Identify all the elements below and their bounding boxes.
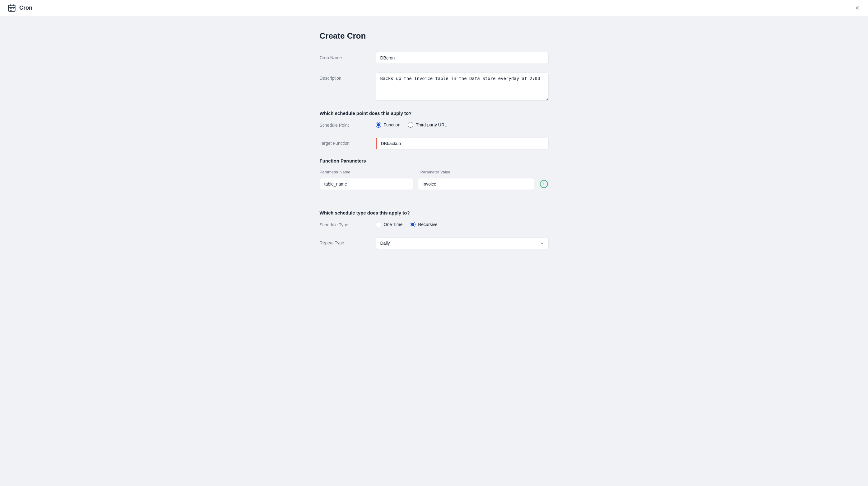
repeat-type-select[interactable]: Daily Weekly Monthly Yearly [376,237,549,249]
description-group: Description Backs up the Invoice table i… [320,73,549,102]
schedule-point-label: Schedule Point [320,122,376,127]
target-function-group: Target Function [320,138,549,149]
repeat-type-group: Repeat Type Daily Weekly Monthly Yearly [320,237,549,249]
function-params-title: Function Parameters [320,158,549,164]
schedule-point-question: Which schedule point does this apply to? [320,111,549,116]
schedule-type-label: Schedule Type [320,222,376,227]
schedule-point-thirdparty-label: Third-party URL [416,122,447,127]
description-control: Backs up the Invoice table in the Data S… [376,73,549,102]
schedule-point-thirdparty-option[interactable]: Third-party URL [408,122,447,127]
params-header: Parameter Name Parameter Value [320,170,549,174]
schedule-type-recursive-radio[interactable] [410,222,415,227]
schedule-type-row: Schedule Type One Time Recursive [320,222,549,227]
schedule-point-function-option[interactable]: Function [376,122,401,127]
repeat-type-control: Daily Weekly Monthly Yearly [376,237,549,249]
repeat-type-label: Repeat Type [320,237,376,245]
close-button[interactable]: × [854,3,861,13]
param-name-header: Parameter Name [320,170,413,174]
cron-name-group: Cron Name [320,52,549,64]
params-row: + [320,178,549,190]
schedule-type-section: Which schedule type does this apply to? … [320,210,549,227]
description-label: Description [320,73,376,81]
section-divider [320,200,549,200]
page-title: Create Cron [320,31,549,41]
schedule-type-onetime-radio[interactable] [376,222,381,227]
add-param-button[interactable]: + [539,179,549,189]
schedule-type-question: Which schedule type does this apply to? [320,210,549,216]
schedule-point-row: Schedule Point Function Third-party URL [320,122,549,127]
cron-name-label: Cron Name [320,52,376,60]
schedule-type-onetime-option[interactable]: One Time [376,222,403,227]
schedule-point-radio-group: Function Third-party URL [376,122,447,127]
param-value-header: Parameter Value [421,170,549,174]
schedule-type-recursive-label: Recursive [418,222,437,227]
schedule-point-thirdparty-radio[interactable] [408,122,413,127]
target-function-control [376,138,549,149]
schedule-type-recursive-option[interactable]: Recursive [410,222,437,227]
app-header: Cron × [0,0,868,16]
cron-name-control [376,52,549,64]
schedule-type-radio-group: One Time Recursive [376,222,438,227]
param-name-input[interactable] [320,178,413,190]
schedule-point-function-label: Function [384,122,401,127]
target-function-label: Target Function [320,138,376,146]
schedule-type-onetime-label: One Time [384,222,403,227]
header-title: Cron [19,5,32,11]
cron-name-input[interactable] [376,52,549,64]
add-param-circle-icon: + [540,180,548,188]
header-left: Cron [7,4,32,12]
page-content: Create Cron Cron Name Description Backs … [310,16,559,273]
target-function-input[interactable] [376,138,549,149]
description-input[interactable]: Backs up the Invoice table in the Data S… [376,73,549,101]
schedule-point-function-radio[interactable] [376,122,381,127]
schedule-point-section: Which schedule point does this apply to?… [320,111,549,127]
param-value-input[interactable] [418,178,534,190]
cron-icon [7,4,16,12]
function-params-section: Function Parameters Parameter Name Param… [320,158,549,190]
